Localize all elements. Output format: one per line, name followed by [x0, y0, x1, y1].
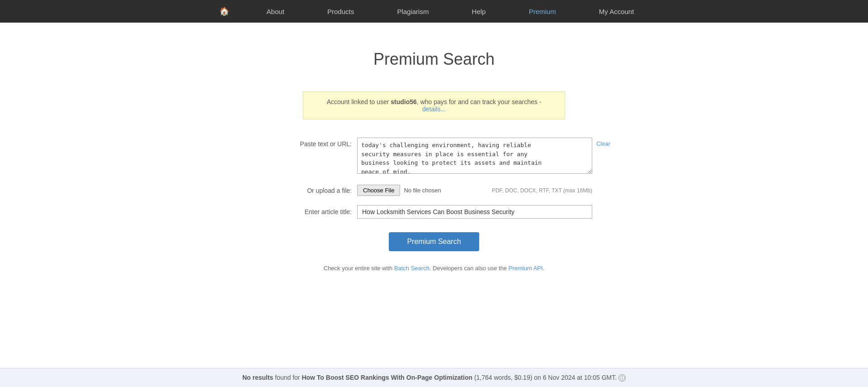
- home-nav-item[interactable]: 🏠: [212, 6, 236, 16]
- title-label: Enter article title:: [276, 208, 357, 215]
- search-result-title: How To Boost SEO Rankings With On-Page O…: [302, 374, 472, 381]
- account-notice: Account linked to user studio56, who pay…: [303, 91, 565, 119]
- notice-prefix: Account linked to user: [327, 98, 391, 105]
- result-meta: (1,764 words, $0.19) on 6 Nov 2024 at 10…: [472, 374, 617, 381]
- file-input-wrapper: Choose File No file chosen PDF, DOC, DOC…: [357, 185, 592, 196]
- navigation: 🏠 About Products Plagiarism Help Premium…: [0, 0, 868, 23]
- article-title-row: Enter article title:: [276, 205, 592, 219]
- file-types-text: PDF, DOC, DOCX, RTF, TXT (max 16Mb): [492, 187, 592, 194]
- no-results-text: No results: [242, 374, 273, 381]
- notice-suffix: , who pays for and can track your search…: [417, 98, 541, 105]
- batch-prefix: Check your entire site with: [324, 265, 394, 272]
- nav-item-premium[interactable]: Premium: [520, 1, 565, 22]
- notice-details-link[interactable]: details...: [422, 105, 446, 113]
- clear-link[interactable]: Clear: [596, 140, 610, 147]
- home-icon: 🏠: [219, 7, 229, 16]
- paste-textarea[interactable]: today's challenging environment, having …: [357, 138, 592, 174]
- nav-item-products[interactable]: Products: [318, 1, 363, 22]
- found-for-text: found for: [273, 374, 302, 381]
- info-icon[interactable]: ⓘ: [618, 374, 626, 382]
- main-content: Premium Search Account linked to user st…: [0, 23, 868, 385]
- batch-note: Check your entire site with Batch Search…: [276, 265, 592, 272]
- paste-text-row: Paste text or URL: today's challenging e…: [276, 138, 592, 176]
- premium-api-link[interactable]: Premium API: [509, 265, 543, 272]
- nav-item-help[interactable]: Help: [463, 1, 495, 22]
- notice-username: studio56: [391, 98, 417, 105]
- bottom-bar: No results found for How To Boost SEO Ra…: [0, 368, 868, 387]
- file-upload-row: Or upload a file: Choose File No file ch…: [276, 185, 592, 196]
- search-form: Paste text or URL: today's challenging e…: [276, 138, 592, 272]
- page-title: Premium Search: [373, 50, 495, 69]
- submit-area: Premium Search: [276, 232, 592, 251]
- no-file-text: No file chosen: [404, 187, 483, 194]
- nav-item-about[interactable]: About: [258, 1, 293, 22]
- textarea-wrapper: today's challenging environment, having …: [357, 138, 592, 176]
- choose-file-button[interactable]: Choose File: [357, 185, 400, 196]
- premium-search-button[interactable]: Premium Search: [389, 232, 479, 251]
- batch-suffix: .: [543, 265, 545, 272]
- batch-search-link[interactable]: Batch Search: [394, 265, 429, 272]
- paste-label: Paste text or URL:: [276, 138, 357, 148]
- upload-label: Or upload a file:: [276, 187, 357, 194]
- nav-item-my-account[interactable]: My Account: [590, 1, 643, 22]
- title-input[interactable]: [357, 205, 592, 219]
- nav-item-plagiarism[interactable]: Plagiarism: [388, 1, 438, 22]
- batch-middle: . Developers can also use the: [429, 265, 509, 272]
- nav-items: About Products Plagiarism Help Premium M…: [245, 1, 656, 22]
